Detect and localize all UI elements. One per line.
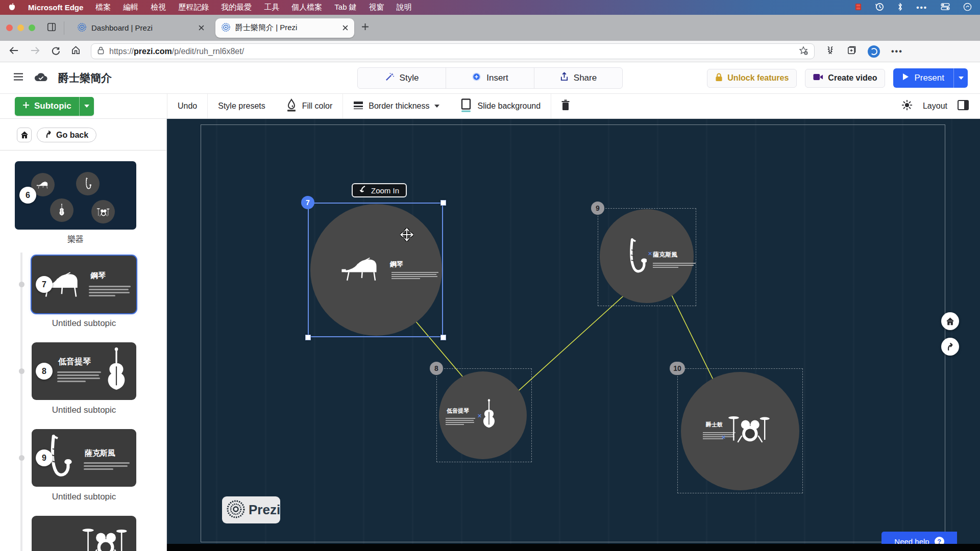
topic-badge-sax[interactable]: 9 [591, 202, 604, 215]
mini-sax-circle [76, 172, 100, 195]
control-center-icon[interactable] [941, 3, 950, 12]
unlock-features-button[interactable]: Unlock features [707, 69, 797, 88]
browser-toolbar: https://prezi.com/p/edit/ruh_rnl6x8et/ •… [0, 41, 980, 62]
browser-essentials-icon[interactable] [826, 45, 836, 57]
subtopic-title: 鋼琴 [90, 271, 106, 281]
browser-tab-current[interactable]: 爵士樂簡介 | Prezi [215, 18, 354, 38]
collections-icon[interactable] [847, 45, 856, 57]
menu-edit[interactable]: 編輯 [123, 3, 138, 12]
time-machine-icon[interactable] [875, 3, 884, 13]
menubar-app-name[interactable]: Microsoft Edge [28, 3, 83, 12]
profile-avatar[interactable] [868, 45, 880, 58]
menu-view[interactable]: 檢視 [151, 3, 166, 12]
subtopic-item-piano: 7 鋼琴 Untitled subtopic [32, 256, 136, 329]
presentation-title[interactable]: 爵士樂簡介 [58, 71, 112, 85]
tab-actions-icon[interactable] [46, 22, 57, 34]
menu-profiles[interactable]: 個人檔案 [291, 3, 322, 12]
layout-panel-icon[interactable] [958, 100, 969, 112]
menu-help[interactable]: 說明 [397, 3, 412, 12]
add-subtopic-button[interactable]: Subtopic [15, 97, 79, 116]
slide-background-button[interactable]: Slide background [450, 94, 551, 118]
canvas-up-level-button[interactable] [941, 338, 959, 356]
mini-bass-circle [50, 198, 74, 222]
undo-button[interactable]: Undo [167, 94, 207, 118]
subtopic-dropdown-button[interactable] [79, 97, 94, 116]
topic-title-sax[interactable]: 薩克斯風 [653, 251, 677, 259]
overview-thumbnail[interactable]: 6 [15, 161, 136, 230]
window-close-button[interactable] [6, 24, 13, 31]
topic-badge-bass[interactable]: 8 [430, 362, 443, 375]
canvas-bottom-edge [167, 544, 980, 551]
resize-handle-bottom-left[interactable] [305, 335, 311, 340]
fill-color-icon [286, 98, 297, 114]
menu-window[interactable]: 視窗 [369, 3, 384, 12]
style-button[interactable]: Style [357, 67, 446, 89]
border-thickness-button[interactable]: Border thickness [343, 94, 450, 118]
editor-canvas[interactable]: 鋼琴 7 Zoom In 9 ✕ 薩克斯風 8 低音提琴 ✕ [167, 119, 980, 551]
fill-color-button[interactable]: Fill color [276, 94, 343, 118]
menu-file[interactable]: 檔案 [95, 3, 111, 12]
subtopic-thumbnail-drums[interactable] [32, 516, 136, 551]
present-button[interactable]: Present [893, 68, 953, 88]
create-video-button[interactable]: Create video [805, 69, 885, 88]
zoom-in-tooltip[interactable]: Zoom In [352, 183, 407, 197]
subtopic-thumbnail-sax[interactable]: 9 薩克斯風 [32, 429, 136, 487]
siri-icon[interactable] [963, 3, 972, 13]
screen-record-status-icon[interactable] [854, 3, 862, 12]
insert-button[interactable]: Insert [446, 67, 534, 89]
back-icon[interactable] [8, 46, 19, 57]
tab-close-icon[interactable] [342, 23, 348, 32]
window-minimize-button[interactable] [17, 24, 24, 31]
layout-label[interactable]: Layout [923, 102, 947, 111]
hamburger-menu-icon[interactable] [13, 73, 23, 83]
present-dropdown-button[interactable] [953, 68, 968, 88]
topic-frame-sax[interactable] [598, 208, 696, 306]
canvas-home-button[interactable] [941, 312, 959, 330]
resize-handle-bottom-right[interactable] [440, 335, 446, 340]
reload-icon[interactable] [51, 45, 61, 57]
forward-icon[interactable] [30, 46, 41, 57]
topic-title-bass[interactable]: 低音提琴 [447, 407, 469, 415]
subtopic-thumbnail-bass[interactable]: 8 低音提琴 [32, 342, 136, 400]
menu-tab[interactable]: Tab 鍵 [334, 3, 356, 12]
settings-more-icon[interactable]: ••• [891, 47, 903, 56]
overview-home-button[interactable] [17, 128, 32, 142]
go-back-button[interactable]: Go back [37, 128, 96, 142]
topic-title-drums[interactable]: 爵士鼓 [706, 421, 723, 429]
share-upload-icon [560, 72, 569, 84]
mini-drums-circle [91, 200, 115, 223]
url-text[interactable]: https://prezi.com/p/edit/ruh_rnl6x8et/ [109, 47, 244, 56]
prezi-spiral-icon [227, 500, 245, 520]
topic-badge-piano[interactable]: 7 [301, 196, 314, 209]
menu-favorites[interactable]: 我的最愛 [221, 3, 252, 12]
style-presets-button[interactable]: Style presets [208, 94, 275, 118]
tab-close-icon[interactable] [199, 23, 204, 32]
lock-icon[interactable] [97, 46, 104, 57]
move-cursor-icon [399, 227, 414, 242]
bluetooth-icon[interactable] [897, 3, 903, 13]
tab-title: 爵士樂簡介 | Prezi [235, 23, 337, 33]
favorite-star-icon[interactable] [799, 46, 808, 57]
menu-tools[interactable]: 工具 [264, 3, 279, 12]
undo-label: Undo [178, 102, 197, 111]
delete-button[interactable] [551, 94, 580, 118]
window-zoom-button[interactable] [29, 24, 35, 31]
address-bar[interactable]: https://prezi.com/p/edit/ruh_rnl6x8et/ [91, 43, 815, 59]
selection-rectangle[interactable] [308, 203, 443, 337]
topic-badge-drums[interactable]: 10 [670, 362, 685, 375]
insert-plus-icon [472, 72, 481, 84]
new-tab-icon[interactable] [361, 23, 369, 33]
apple-logo-icon[interactable] [8, 3, 16, 13]
resize-handle-top-right[interactable] [440, 200, 446, 206]
prezi-favicon [222, 23, 230, 33]
more-status-icon[interactable]: ••• [916, 3, 927, 12]
editor-mode-buttons: Style Insert Share [357, 67, 623, 89]
home-icon[interactable] [71, 45, 81, 57]
style-spark-icon[interactable] [901, 99, 913, 113]
menu-history[interactable]: 歷程記錄 [178, 3, 209, 12]
subtopic-thumbnail-piano[interactable]: 7 鋼琴 [32, 256, 136, 313]
timeline-dot [19, 282, 24, 287]
magic-wand-icon [385, 72, 395, 84]
share-button[interactable]: Share [534, 67, 623, 89]
browser-tab-dashboard[interactable]: Dashboard | Prezi [71, 18, 210, 38]
